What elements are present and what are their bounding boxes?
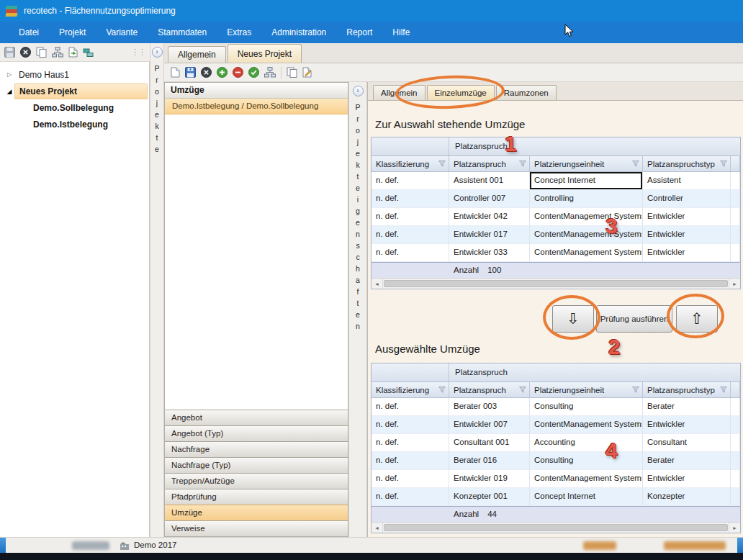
menu-report[interactable]: Report [336, 22, 382, 43]
cell[interactable]: ContentManagement Systems [530, 208, 643, 226]
cell[interactable]: ContentManagement Systems [530, 416, 643, 434]
toolbar-grip[interactable]: ⋮⋮ [131, 48, 145, 57]
expand-properties-panel-button[interactable]: › [353, 86, 364, 96]
table-row[interactable]: n. def. Entwickler 033 ContentManagement… [372, 244, 740, 262]
cell[interactable]: n. def. [372, 434, 449, 452]
cell[interactable]: Konzepter [643, 488, 731, 506]
tree-item-sollbelegung[interactable]: Demo.Sollbelegung [0, 99, 149, 116]
umzug-list-item-selected[interactable]: Demo.Istbelegung / Demo.Sollbelegung [165, 99, 348, 114]
table-row[interactable]: n. def. Berater 016 Consulting Berater [372, 452, 740, 470]
menu-variante[interactable]: Variante [96, 22, 148, 43]
copy-icon[interactable] [287, 67, 297, 78]
edit-document-icon[interactable] [302, 67, 312, 78]
group-header-empty[interactable] [372, 137, 449, 155]
scroll-left-arrow[interactable]: ◄ [372, 279, 383, 289]
horizontal-scrollbar[interactable]: ◄ ► [372, 522, 740, 533]
table-row[interactable]: n. def. Controller 007 Controlling Contr… [372, 190, 740, 208]
layers-icon[interactable] [83, 48, 94, 58]
accordion-nachfrage-typ[interactable]: Nachfrage (Typ) [165, 457, 348, 473]
cell[interactable]: Consultant [643, 434, 731, 452]
accordion-angebot-typ[interactable]: Angebot (Typ) [165, 425, 348, 441]
cell[interactable]: n. def. [372, 470, 449, 488]
cell[interactable]: Berater 003 [449, 398, 530, 416]
cell[interactable]: Entwickler [643, 226, 731, 244]
horizontal-scrollbar[interactable]: ◄ ► [372, 278, 740, 289]
table-row[interactable]: n. def. Assistent 001 Concept Internet A… [372, 172, 740, 190]
accordion-nachfrage[interactable]: Nachfrage [165, 441, 348, 457]
cell[interactable]: Assistent 001 [449, 172, 530, 190]
accordion-treppen-aufzuege[interactable]: Treppen/Aufzüge [165, 473, 348, 489]
scroll-right-arrow[interactable]: ► [729, 523, 740, 533]
table-row[interactable]: n. def. Consultant 001 Accounting Consul… [372, 434, 740, 452]
tree-item-neues-projekt[interactable]: ◢ Neues Projekt [0, 83, 149, 99]
menu-extras[interactable]: Extras [217, 22, 261, 43]
tab-allgemein[interactable]: Allgemein [168, 46, 226, 63]
cell[interactable]: ContentManagement Systems [530, 244, 643, 262]
cell-active-editor[interactable]: Concept Internet [530, 172, 643, 190]
cell[interactable]: n. def. [372, 172, 449, 190]
scroll-right-arrow[interactable]: ► [729, 279, 740, 289]
column-header-platzanspruchstyp[interactable]: Platzanspruchstyp [643, 156, 731, 171]
filter-icon[interactable] [519, 387, 526, 393]
run-check-button[interactable]: Prüfung ausführen [596, 305, 672, 333]
tree-item-istbelegung[interactable]: Demo.Istbelegung [0, 116, 149, 132]
cell[interactable]: n. def. [372, 244, 449, 262]
table-row[interactable]: n. def. Entwickler 007 ContentManagement… [372, 416, 740, 434]
table-row[interactable]: n. def. Entwickler 017 ContentManagement… [372, 226, 740, 244]
copy-icon[interactable] [36, 47, 47, 58]
cell[interactable]: Consultant 001 [449, 434, 530, 452]
cell[interactable]: Entwickler 042 [449, 208, 530, 226]
cell[interactable]: n. def. [372, 398, 449, 416]
new-document-icon[interactable] [171, 67, 180, 78]
table-row[interactable]: n. def. Entwickler 042 ContentManagement… [372, 208, 740, 226]
column-header-klassifizierung[interactable]: Klassifizierung [372, 156, 449, 171]
cell[interactable]: n. def. [372, 226, 449, 244]
tree-collapsed-icon[interactable]: ▷ [4, 71, 14, 78]
tab-raumzonen[interactable]: Raumzonen [496, 85, 557, 100]
export-document-icon[interactable] [68, 47, 78, 58]
cell[interactable]: Entwickler [643, 470, 731, 488]
accordion-verweise[interactable]: Verweise [165, 520, 348, 536]
expand-projects-panel-button[interactable]: › [152, 47, 163, 58]
filter-icon[interactable] [632, 387, 639, 393]
cell[interactable]: n. def. [372, 190, 449, 208]
column-header-platzierungseinheit[interactable]: Platzierungseinheit [530, 156, 643, 171]
filter-icon[interactable] [519, 161, 526, 167]
menu-stammdaten[interactable]: Stammdaten [148, 22, 217, 43]
cell[interactable]: Accounting [530, 434, 643, 452]
cell[interactable]: Consulting [530, 452, 643, 470]
accordion-angebot[interactable]: Angebot [165, 410, 348, 425]
column-header-platzierungseinheit[interactable]: Platzierungseinheit [530, 382, 643, 397]
scroll-left-arrow[interactable]: ◄ [372, 523, 383, 533]
filter-icon[interactable] [632, 161, 639, 167]
cell[interactable]: Berater [643, 452, 731, 470]
cell[interactable]: Consulting [530, 398, 643, 416]
cell[interactable]: Entwickler 007 [449, 416, 530, 434]
cell[interactable]: ContentManagement Systems [530, 226, 643, 244]
save-icon[interactable] [4, 47, 15, 58]
cell[interactable]: Concept Internet [530, 488, 643, 506]
column-header-platzanspruch[interactable]: Platzanspruch [449, 382, 530, 397]
group-header-platzanspruch[interactable]: Platzanspruch [449, 363, 740, 381]
cell[interactable]: Entwickler [643, 244, 731, 262]
table-row[interactable]: n. def. Entwickler 019 ContentManagement… [372, 470, 740, 488]
cell[interactable]: Berater 016 [449, 452, 530, 470]
column-header-klassifizierung[interactable]: Klassifizierung [372, 382, 449, 397]
filter-icon[interactable] [438, 161, 446, 167]
cell[interactable]: Entwickler 019 [449, 470, 530, 488]
menu-administration[interactable]: Administration [261, 22, 336, 43]
tree-expanded-icon[interactable]: ◢ [4, 88, 14, 95]
cell[interactable]: Controller 007 [449, 190, 530, 208]
menu-hilfe[interactable]: Hilfe [382, 22, 420, 43]
scrollbar-thumb[interactable] [384, 524, 728, 531]
cell[interactable]: Entwickler [643, 208, 731, 226]
tab-neues-projekt[interactable]: Neues Projekt [228, 44, 302, 63]
hierarchy-icon[interactable] [264, 67, 276, 78]
table-row[interactable]: n. def. Berater 003 Consulting Berater [372, 398, 740, 416]
column-header-platzanspruch[interactable]: Platzanspruch [449, 156, 530, 171]
cell[interactable]: n. def. [372, 208, 449, 226]
table-row[interactable]: n. def. Konzepter 001 Concept Internet K… [372, 488, 740, 506]
cell[interactable]: n. def. [372, 488, 449, 506]
cell[interactable]: Berater [643, 398, 731, 416]
column-header-platzanspruchstyp[interactable]: Platzanspruchstyp [643, 382, 731, 397]
